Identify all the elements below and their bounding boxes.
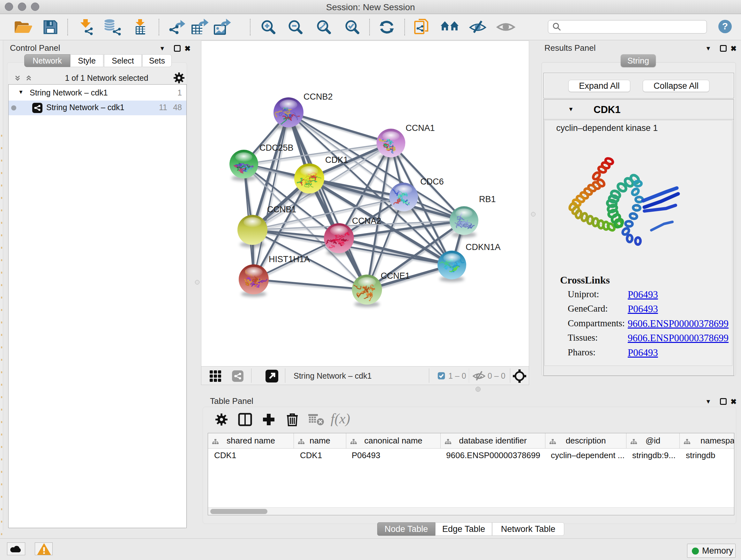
svg-text:CCNA1: CCNA1 bbox=[406, 123, 435, 133]
svg-text:?: ? bbox=[722, 21, 728, 31]
svg-text:CDK1: CDK1 bbox=[325, 155, 348, 165]
svg-text:RB1: RB1 bbox=[479, 194, 496, 204]
svg-text:CCNE1: CCNE1 bbox=[381, 271, 410, 281]
svg-text:CCNA2: CCNA2 bbox=[352, 216, 381, 226]
svg-text:CDC25B: CDC25B bbox=[259, 143, 293, 152]
svg-text:CCNB1: CCNB1 bbox=[267, 205, 296, 214]
svg-text:HIST1H1A: HIST1H1A bbox=[269, 254, 310, 264]
svg-text:CDKN1A: CDKN1A bbox=[466, 242, 501, 252]
svg-text:CDC6: CDC6 bbox=[420, 177, 444, 186]
svg-text:CCNB2: CCNB2 bbox=[304, 92, 333, 102]
